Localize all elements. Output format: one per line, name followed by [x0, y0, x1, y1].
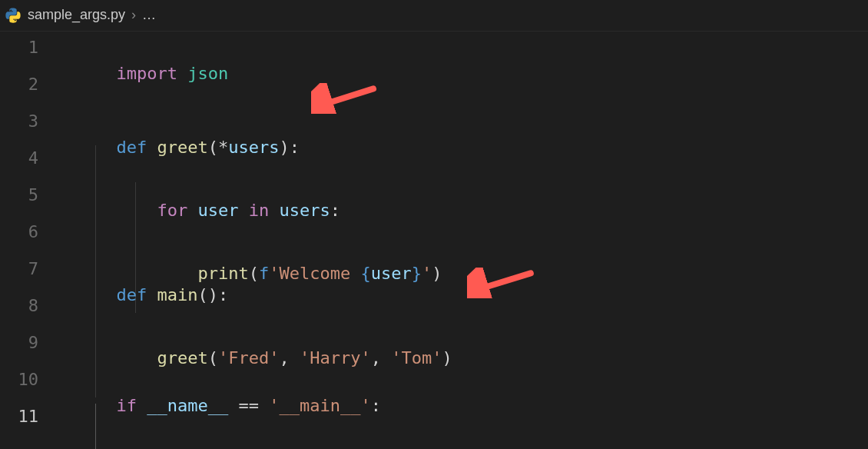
line-number: 3	[0, 108, 55, 135]
breadcrumb-ellipsis[interactable]: …	[142, 5, 157, 26]
code-line[interactable]: 1 import json	[0, 35, 868, 72]
line-number: 1	[0, 35, 55, 61]
code-line[interactable]: 6	[0, 219, 868, 256]
code-line[interactable]: 3 def greet(*users):	[0, 108, 868, 145]
line-number: 6	[0, 219, 55, 245]
code-line[interactable]: 2	[0, 72, 868, 108]
python-file-icon	[5, 7, 22, 24]
code-line[interactable]: 11 main()	[0, 404, 868, 441]
line-number: 11	[0, 404, 55, 430]
line-number: 8	[0, 293, 55, 319]
line-number: 2	[0, 72, 55, 98]
code-line[interactable]: 4 for user in users:	[0, 145, 868, 182]
breadcrumb[interactable]: sample_args.py › …	[0, 0, 868, 32]
code-line[interactable]: 8 greet('Fred', 'Harry', 'Tom')	[0, 293, 868, 330]
line-number: 4	[0, 145, 55, 171]
breadcrumb-filename[interactable]: sample_args.py	[28, 5, 125, 26]
line-number: 10	[0, 367, 55, 393]
line-number: 7	[0, 256, 55, 282]
breadcrumb-separator: ›	[131, 5, 136, 26]
code-line[interactable]: 7 def main():	[0, 256, 868, 293]
code-line[interactable]: 5 print(f'Welcome {user}')	[0, 182, 868, 219]
code-line[interactable]: 10 if __name__ == '__main__':	[0, 367, 868, 404]
code-content[interactable]: main()	[55, 404, 221, 449]
code-editor[interactable]: 1 import json 2 3 def greet(*users): 4 f…	[0, 32, 868, 441]
line-number: 9	[0, 330, 55, 356]
code-line[interactable]: 9	[0, 330, 868, 367]
line-number: 5	[0, 182, 55, 208]
